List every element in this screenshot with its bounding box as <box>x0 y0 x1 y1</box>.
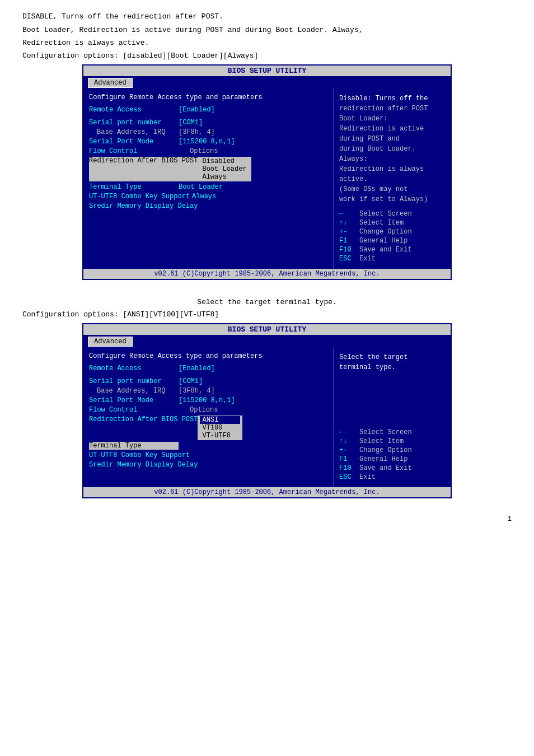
table-row: Remote Access [Enabled] <box>89 365 327 372</box>
table-row[interactable]: Redirection After BIOS POST ANSI VT100 V… <box>89 416 327 440</box>
help-line-1: Disable: Turns off the <box>339 95 428 102</box>
table-row: Base Address, IRQ [3F8h, 4] <box>89 128 327 136</box>
bios-body-2: Configure Remote Access type and paramet… <box>83 348 451 487</box>
key-row: +- Change Option <box>339 446 445 454</box>
value-serial-mode-1: [115200 8,n,1] <box>179 138 235 146</box>
help-line-5: during POST and <box>339 135 400 143</box>
value-remote-access-1: [Enabled] <box>179 106 215 114</box>
key-label-screen-2: Select Screen <box>359 428 412 436</box>
dropdown-value-1[interactable]: Disabled Boot Loader Always <box>198 157 251 181</box>
bios-panel-1: BIOS SETUP UTILITY Advanced Configure Re… <box>82 64 452 280</box>
key-f10-2: F10 <box>339 464 356 472</box>
help-line-2: redirection after POST <box>339 105 428 113</box>
key-label-help: General Help <box>359 237 407 245</box>
label-redirection-1: Redirection After BIOS POST <box>89 157 198 181</box>
bios-left-2: Configure Remote Access type and paramet… <box>83 348 333 487</box>
value-serial-port-1: [COM1] <box>179 119 203 127</box>
value-utf8-1: Always <box>192 193 216 200</box>
label-sredir-1: Sredir Memory Display Delay <box>89 202 198 210</box>
key-label-change-2: Change Option <box>359 446 412 454</box>
key-updown-2: ↑↓ <box>339 437 356 445</box>
help-line-p2-2: terminal type. <box>339 363 396 371</box>
bios-title-2: BIOS SETUP UTILITY <box>83 324 451 335</box>
label-utf8-1: UT-UTF8 Combo Key Support <box>89 193 190 200</box>
bios-footer-2: v02.61 (C)Copyright 1985-2006, American … <box>83 487 451 497</box>
value-remote-access-2: [Enabled] <box>179 365 215 372</box>
key-row: ← Select Screen <box>339 210 445 218</box>
dropdown-item-vt100[interactable]: VT100 <box>200 424 240 432</box>
bios-help-2: Select the target terminal type. <box>339 352 445 372</box>
table-row: Terminal Type Boot Loader <box>89 183 327 191</box>
middle-config-line: Configuration options: [ANSI][VT100][VT-… <box>22 310 512 320</box>
key-label-change: Change Option <box>359 228 412 236</box>
bios-body-1: Configure Remote Access type and paramet… <box>83 89 451 268</box>
bios-help-1: Disable: Turns off the redirection after… <box>339 94 445 204</box>
label-serial-mode-2: Serial Port Mode <box>89 396 179 404</box>
key-row: F1 General Help <box>339 237 445 245</box>
table-row: Serial port number [COM1] <box>89 377 327 385</box>
label-remote-access-1: Remote Access <box>89 106 179 114</box>
label-sredir-2: Sredir Memory Display Delay <box>89 461 198 469</box>
key-row: ← Select Screen <box>339 428 445 436</box>
table-row: Remote Access [Enabled] <box>89 106 327 114</box>
key-label-exit: Exit <box>359 255 376 263</box>
label-base-addr-1: Base Address, IRQ <box>89 128 179 136</box>
table-row: Base Address, IRQ [3F8h, 4] <box>89 387 327 395</box>
table-row[interactable]: Redirection After BIOS POST Disabled Boo… <box>89 157 327 181</box>
key-esc: ESC <box>339 255 356 263</box>
bios-tab-advanced-2[interactable]: Advanced <box>88 337 133 347</box>
dropdown-item-vtutf8[interactable]: VT-UTF8 <box>200 432 240 440</box>
dropdown-redirection-1[interactable]: Disabled Boot Loader Always <box>198 157 251 181</box>
value-flow-1: Options <box>190 147 218 155</box>
key-label-save-2: Save and Exit <box>359 464 412 472</box>
key-arrow: ← <box>339 210 356 218</box>
help-line-11: work if set to Always) <box>339 195 428 203</box>
value-base-addr-2: [3F8h, 4] <box>179 387 215 395</box>
bios-right-1: Disable: Turns off the redirection after… <box>333 89 451 268</box>
bios-left-1: Configure Remote Access type and paramet… <box>83 89 333 268</box>
help-line-6: during Boot Loader. <box>339 145 416 153</box>
help-line-3: Boot Loader: <box>339 115 387 123</box>
table-row: Flow Control Options <box>89 406 327 414</box>
label-base-addr-2: Base Address, IRQ <box>89 387 179 395</box>
top-desc-line1: DISABLE, Turns off the redirection after… <box>22 11 512 22</box>
label-serial-port-2: Serial port number <box>89 377 179 385</box>
key-label-screen: Select Screen <box>359 210 412 218</box>
label-flow-2: Flow Control <box>89 406 179 414</box>
dropdown-value-2[interactable]: ANSI VT100 VT-UTF8 <box>198 416 242 440</box>
dropdown-item-disabled[interactable]: Disabled <box>200 157 249 165</box>
label-terminal-2: Terminal Type <box>89 442 179 450</box>
bios-footer-1: v02.61 (C)Copyright 1985-2006, American … <box>83 268 451 279</box>
key-arrow-2: ← <box>339 428 356 436</box>
key-row: F10 Save and Exit <box>339 246 445 254</box>
key-f10: F10 <box>339 246 356 254</box>
bios-keys-2: ← Select Screen ↑↓ Select Item +- Change… <box>339 428 445 481</box>
table-row: Sredir Memory Display Delay <box>89 461 327 469</box>
value-flow-2: Options <box>190 406 218 414</box>
table-row: Flow Control Options <box>89 147 327 155</box>
key-row: ESC Exit <box>339 473 445 481</box>
key-label-help-2: General Help <box>359 455 407 463</box>
key-f1: F1 <box>339 237 356 245</box>
key-label-item: Select Item <box>359 219 404 227</box>
key-plusminus: +- <box>339 228 356 236</box>
key-row: F10 Save and Exit <box>339 464 445 472</box>
dropdown-redirection-2[interactable]: ANSI VT100 VT-UTF8 <box>198 416 242 440</box>
table-row: Sredir Memory Display Delay <box>89 202 327 210</box>
help-line-p2-1: Select the target <box>339 353 407 361</box>
bios-keys-1: ← Select Screen ↑↓ Select Item +- Change… <box>339 210 445 263</box>
bios-tab-advanced-1[interactable]: Advanced <box>88 78 133 88</box>
key-f1-2: F1 <box>339 455 356 463</box>
label-utf8-2: UT-UTF8 Combo Key Support <box>89 451 190 459</box>
dropdown-item-always[interactable]: Always <box>200 173 249 181</box>
key-label-exit-2: Exit <box>359 473 376 481</box>
table-row: Serial port number [COM1] <box>89 119 327 127</box>
key-updown: ↑↓ <box>339 219 356 227</box>
table-row: UT-UTF8 Combo Key Support <box>89 451 327 459</box>
dropdown-item-bootloader[interactable]: Boot Loader <box>200 165 249 173</box>
dropdown-item-ansi[interactable]: ANSI <box>200 416 240 424</box>
top-config-line: Configuration options: [disabled][Boot L… <box>22 51 512 61</box>
top-desc-line3: Redirection is always active. <box>22 38 512 49</box>
bios-tab-bar-2: Advanced <box>83 335 451 348</box>
label-remote-access-2: Remote Access <box>89 365 179 372</box>
